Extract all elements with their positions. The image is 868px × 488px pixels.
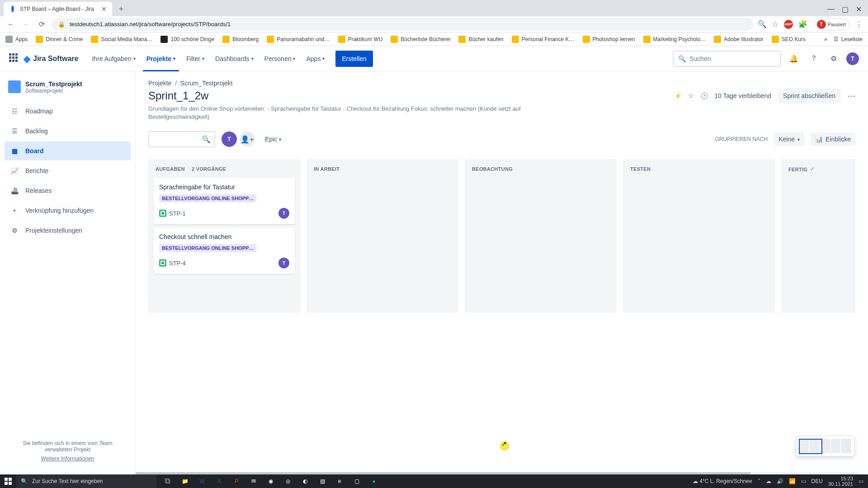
- close-window-icon[interactable]: ✕: [856, 5, 862, 14]
- back-button[interactable]: ←: [5, 19, 16, 30]
- close-tab-icon[interactable]: ✕: [101, 5, 107, 13]
- battery-icon[interactable]: ▭: [801, 478, 806, 484]
- chrome-menu-icon[interactable]: ⋮: [855, 20, 863, 28]
- help-icon[interactable]: ？: [807, 52, 821, 66]
- issue-key[interactable]: STP-1: [169, 210, 186, 217]
- epic-tag[interactable]: BESTELLVORGANG ONLINE SHOPP…: [159, 244, 256, 252]
- adblock-icon[interactable]: ABP: [784, 20, 793, 29]
- app-icon[interactable]: ▤: [316, 474, 329, 488]
- column-observation[interactable]: BEOBACHTUNG: [465, 159, 617, 313]
- weather-widget[interactable]: ☁ 4°C L. Regen/Schnee: [693, 478, 752, 484]
- add-people-button[interactable]: 👤+: [240, 131, 255, 147]
- notepad-icon[interactable]: ▢: [350, 474, 363, 488]
- spotify-icon[interactable]: ●: [367, 474, 381, 488]
- jira-logo[interactable]: ◆ Jira Software: [24, 53, 78, 64]
- reading-list-button[interactable]: ☰Leseliste: [834, 36, 863, 42]
- bookmark-item[interactable]: Photoshop lernen: [583, 36, 635, 43]
- nav-apps[interactable]: Apps▾: [302, 46, 328, 71]
- issue-card[interactable]: Spracheingabe für Tastatur BESTELLVORGAN…: [154, 178, 295, 224]
- bookmark-item[interactable]: Bücherliste Bücherei: [391, 36, 450, 43]
- taskbar-clock[interactable]: 15:23 30.11.2021: [828, 476, 853, 487]
- column-testing[interactable]: TESTEN: [623, 159, 775, 313]
- sidebar-item-settings[interactable]: ⚙Projekteinstellungen: [5, 221, 131, 240]
- column-in-progress[interactable]: IN ARBEIT: [307, 159, 458, 313]
- notifications-icon[interactable]: 🔔: [787, 52, 801, 66]
- browser-tab[interactable]: STP Board – Agile-Board - Jira ✕: [4, 2, 112, 16]
- profile-avatar[interactable]: T: [846, 52, 859, 65]
- assignee-filter-avatar[interactable]: T: [222, 131, 237, 147]
- nav-projects[interactable]: Projekte▾: [143, 46, 179, 71]
- issue-key[interactable]: STP-4: [169, 260, 186, 267]
- column-done[interactable]: FERTIG✓: [781, 159, 855, 313]
- board-search-input[interactable]: 🔍: [148, 131, 215, 147]
- app-icon[interactable]: ◐: [298, 474, 312, 488]
- notifications-center-icon[interactable]: ▭: [859, 478, 863, 484]
- volume-icon[interactable]: 🔊: [777, 478, 783, 484]
- assignee-avatar[interactable]: T: [278, 208, 289, 219]
- new-tab-button[interactable]: +: [115, 3, 127, 15]
- sidebar-footer-link[interactable]: Weitere Informationen: [14, 455, 122, 462]
- nav-filters[interactable]: Filter▾: [183, 46, 208, 71]
- bookmark-star-icon[interactable]: ☆: [772, 20, 778, 28]
- bookmark-item[interactable]: Adobe Illustrator: [714, 36, 763, 43]
- edge-icon[interactable]: e: [333, 474, 346, 488]
- sidebar-item-reports[interactable]: 📈Berichte: [5, 161, 131, 180]
- automation-icon[interactable]: ⚡: [674, 92, 682, 99]
- word-icon[interactable]: W: [195, 474, 209, 488]
- app-switcher-icon[interactable]: [9, 53, 20, 64]
- group-by-dropdown[interactable]: Keine▾: [774, 132, 804, 146]
- wifi-icon[interactable]: 📶: [789, 478, 796, 484]
- bookmark-item[interactable]: Bücher kaufen: [458, 36, 503, 43]
- bookmark-item[interactable]: Personal Finance K…: [512, 36, 575, 43]
- minimize-icon[interactable]: —: [827, 5, 835, 14]
- more-actions-icon[interactable]: ⋯: [847, 91, 855, 101]
- profile-chip[interactable]: T Pausiert: [813, 19, 850, 30]
- bookmark-item[interactable]: Bloomberg: [222, 36, 259, 43]
- start-button[interactable]: [0, 474, 16, 488]
- nav-your-work[interactable]: Ihre Aufgaben▾: [88, 46, 139, 71]
- nav-people[interactable]: Personen▾: [261, 46, 299, 71]
- breadcrumb-project[interactable]: Scrum_Testprojekt: [180, 80, 233, 87]
- bookmark-item[interactable]: 100 schöne Dinge: [160, 36, 214, 43]
- chrome-icon[interactable]: ◉: [264, 474, 278, 488]
- url-field[interactable]: 🔒 testdeutsch1.atlassian.net/jira/softwa…: [52, 18, 753, 31]
- sidebar-item-releases[interactable]: 🚢Releases: [5, 181, 131, 200]
- powerpoint-icon[interactable]: P: [230, 474, 243, 488]
- project-header[interactable]: Scrum_Testprojekt Softwareprojekt: [5, 80, 131, 101]
- bookmark-item[interactable]: Panoramabahn und…: [267, 36, 330, 43]
- global-search-input[interactable]: 🔍 Suchen: [673, 51, 781, 67]
- forward-button[interactable]: →: [21, 19, 32, 30]
- sidebar-item-roadmap[interactable]: ☷Roadmap: [5, 102, 131, 121]
- sidebar-item-board[interactable]: ▦Board: [5, 141, 131, 160]
- bookmark-item[interactable]: Dinner & Crime: [36, 36, 83, 43]
- epic-filter[interactable]: Epic▾: [261, 136, 285, 143]
- taskbar-search[interactable]: 🔍Zur Suche Text hier eingeben: [16, 474, 156, 488]
- issue-card[interactable]: Checkout schnell machen BESTELLVORGANG O…: [154, 228, 295, 274]
- bookmark-item[interactable]: Praktikum WU: [338, 36, 383, 43]
- bookmark-item[interactable]: Apps: [5, 36, 28, 43]
- bookmark-item[interactable]: SEO Kurs: [772, 36, 806, 43]
- breadcrumb-root[interactable]: Projekte: [148, 80, 171, 87]
- extensions-icon[interactable]: 🧩: [798, 20, 807, 28]
- bookmark-item[interactable]: Social Media Mana…: [91, 36, 152, 43]
- onedrive-icon[interactable]: ☁: [766, 478, 771, 484]
- create-button[interactable]: Erstellen: [335, 51, 373, 67]
- assignee-avatar[interactable]: T: [278, 258, 289, 268]
- settings-gear-icon[interactable]: ⚙: [826, 52, 841, 66]
- maximize-icon[interactable]: ▢: [842, 5, 849, 14]
- zoom-icon[interactable]: 🔍: [758, 20, 767, 28]
- excel-icon[interactable]: X: [212, 474, 226, 488]
- language-indicator[interactable]: DEU: [811, 478, 823, 484]
- epic-tag[interactable]: BESTELLVORGANG ONLINE SHOPP…: [159, 194, 256, 202]
- sidebar-item-add-link[interactable]: ＋Verknüpfung hinzufügen: [5, 201, 131, 220]
- tray-chevron-icon[interactable]: ˄: [758, 478, 760, 484]
- bookmarks-overflow[interactable]: »: [824, 36, 827, 42]
- star-icon[interactable]: ☆: [688, 92, 694, 99]
- mail-icon[interactable]: ✉: [247, 474, 260, 488]
- minimap-viewport[interactable]: [799, 439, 822, 454]
- board-minimap[interactable]: [796, 436, 854, 456]
- explorer-icon[interactable]: 📁: [178, 474, 192, 488]
- insights-button[interactable]: 📊Einblicke: [811, 132, 855, 146]
- column-todo[interactable]: AUFGABEN 2 VORGÄNGE Spracheingabe für Ta…: [148, 159, 300, 313]
- task-view-icon[interactable]: ⿻: [161, 474, 175, 488]
